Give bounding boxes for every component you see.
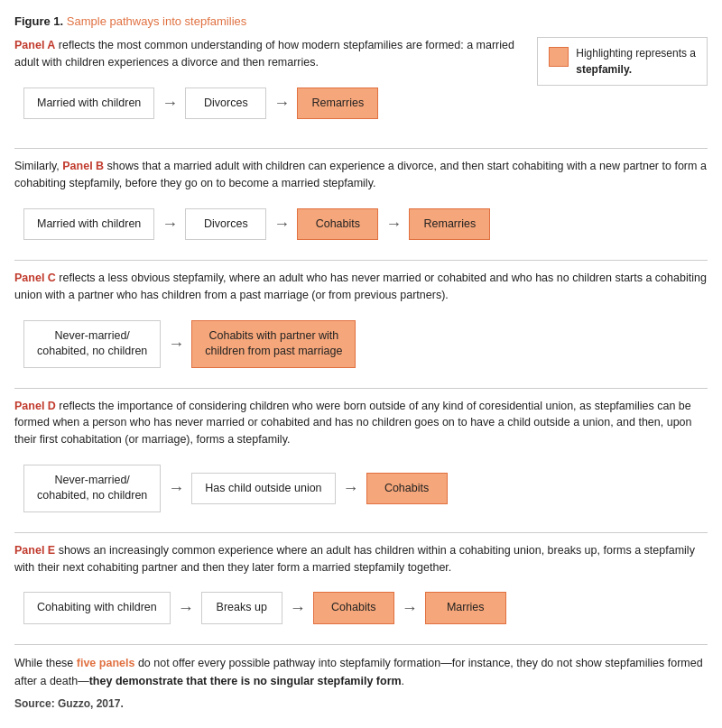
panel-e-label: Panel E <box>14 544 55 557</box>
divider-bc <box>14 260 708 261</box>
panel-b-label: Panel B <box>62 160 104 172</box>
arrow-8: → <box>341 479 361 498</box>
flow-box-cohabits-b: Cohabits <box>297 208 378 241</box>
divider-ab <box>14 148 708 149</box>
panel-d-desc: Panel D reflects the importance of consi… <box>14 398 708 448</box>
figure-title: Figure 1. Sample pathways into stepfamil… <box>14 14 708 28</box>
flow-box-child-outside: Has child outside union <box>191 473 335 505</box>
figure-title-text2: Sample pathways into stepfamilies <box>67 14 246 28</box>
panel-b-desc: Similarly, Panel B shows that a married … <box>14 158 708 192</box>
flow-box-cohabits-d: Cohabits <box>366 473 448 505</box>
source-label: Source: <box>14 697 55 710</box>
source-value: Guzzo, 2017. <box>58 697 124 710</box>
legend-box: Highlighting represents a stepfamily. <box>537 37 708 86</box>
footer-end: . <box>402 675 404 687</box>
arrow-1: → <box>160 94 180 113</box>
flow-box-remarries-1: Remarries <box>297 88 378 120</box>
panel-c-section: Panel C reflects a less obvious stepfami… <box>14 270 708 375</box>
flow-box-never-married-c: Never-married/ cohabited, no children <box>23 320 161 368</box>
flow-box-never-married-d: Never-married/ cohabited, no children <box>23 465 161 512</box>
panel-b-flow: Married with children → Divorces → Cohab… <box>14 201 708 248</box>
flow-box-married-2: Married with children <box>23 208 154 241</box>
panel-b-desc-text: shows that a married adult with children… <box>14 160 707 189</box>
panel-a-flow: Married with children → Divorces → Remar… <box>14 80 523 127</box>
flow-box-divorces-1: Divorces <box>185 88 266 120</box>
arrow-10: → <box>288 599 308 618</box>
arrow-9: → <box>176 599 196 618</box>
legend-bold: stepfamily. <box>576 63 632 76</box>
panel-a-desc-text: reflects the most common understanding o… <box>14 39 514 69</box>
footer-text: While these five panels do not offer eve… <box>14 654 708 690</box>
flow-box-breaks-up: Breaks up <box>201 592 282 624</box>
flow-box-cohabits-c: Cohabits with partner with children from… <box>191 320 356 368</box>
panel-d-desc-text: reflects the importance of considering c… <box>14 400 692 447</box>
panel-d-label: Panel D <box>14 400 56 412</box>
panel-e-section: Panel E shows an increasingly common exp… <box>14 542 708 631</box>
legend-text: Highlighting represents a stepfamily. <box>576 45 696 78</box>
divider-de <box>14 532 708 533</box>
figure-label: Figure 1. <box>14 14 63 28</box>
legend-desc: Highlighting represents a <box>576 47 696 60</box>
divider-cd <box>14 388 708 389</box>
panel-a-section: Highlighting represents a stepfamily. Pa… <box>14 37 708 135</box>
flow-box-remarries-b: Remarries <box>409 208 490 241</box>
panel-d-section: Panel D reflects the importance of consi… <box>14 398 708 520</box>
panel-e-desc: Panel E shows an increasingly common exp… <box>14 542 708 576</box>
arrow-4: → <box>272 215 292 234</box>
arrow-5: → <box>384 215 403 234</box>
panel-c-label: Panel C <box>14 272 56 284</box>
arrow-3: → <box>160 215 180 234</box>
arrow-6: → <box>166 335 186 354</box>
similarly-text: Similarly, <box>14 160 62 172</box>
panel-d-flow: Never-married/ cohabited, no children → … <box>14 457 708 520</box>
flow-box-divorces-2: Divorces <box>185 208 266 241</box>
panel-b-section: Similarly, Panel B shows that a married … <box>14 158 708 247</box>
footer-before: While these <box>14 657 77 669</box>
legend-color-swatch <box>549 47 569 67</box>
arrow-11: → <box>400 599 420 618</box>
flow-box-marries-e: Marries <box>425 592 506 624</box>
flow-box-cohabiting-children: Cohabiting with children <box>23 592 171 624</box>
flow-box-married-1: Married with children <box>23 88 154 120</box>
arrow-2: → <box>272 94 292 113</box>
panel-e-desc-text: shows an increasingly common experience … <box>14 544 695 574</box>
footer-bold: they demonstrate that there is no singul… <box>89 675 402 687</box>
panel-c-desc: Panel C reflects a less obvious stepfami… <box>14 270 708 304</box>
arrow-7: → <box>166 479 186 498</box>
panel-a-label: Panel A <box>14 39 55 51</box>
flow-box-cohabits-e: Cohabits <box>313 592 394 624</box>
panel-c-flow: Never-married/ cohabited, no children → … <box>14 313 708 375</box>
panel-e-flow: Cohabiting with children → Breaks up → C… <box>14 585 708 631</box>
source-line: Source: Guzzo, 2017. <box>14 697 708 710</box>
divider-footer <box>14 644 708 645</box>
footer-five-panels: five panels <box>77 657 135 669</box>
panel-c-desc-text: reflects a less obvious stepfamily, wher… <box>14 272 707 301</box>
